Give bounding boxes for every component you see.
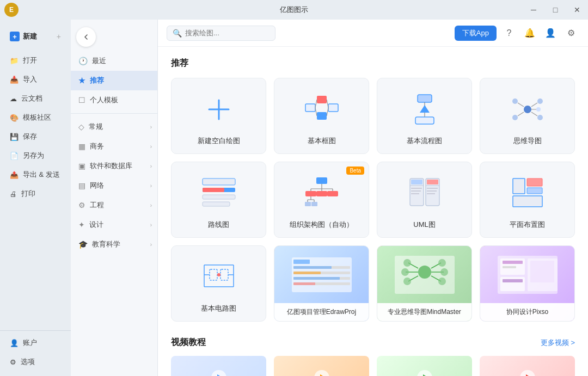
svg-rect-98 <box>500 277 525 291</box>
floorplan-label: 平面布置图 <box>510 220 545 230</box>
software-arrow-icon: › <box>150 163 152 169</box>
nav-item-recommend[interactable]: ★ 推荐 <box>71 71 157 90</box>
svg-line-7 <box>315 108 317 116</box>
nav-item-personal[interactable]: ☐ 个人模板 <box>71 90 157 110</box>
sidebar-item-open[interactable]: 📁 打开 <box>3 51 68 70</box>
more-videos-link[interactable]: 更多视频 > <box>541 338 575 348</box>
nav-item-general[interactable]: ◇ 常规 › <box>71 117 157 137</box>
routing-icon <box>200 172 238 214</box>
top-bar: 🔍 下载App ? 🔔 👤 ⚙ <box>158 20 588 47</box>
template-card-routing[interactable]: 路线图 <box>171 162 266 238</box>
sidebar-item-print[interactable]: 🖨 打印 <box>3 184 68 203</box>
nav-item-software[interactable]: ▣ 软件和数据库 › <box>71 156 157 176</box>
edrawproj-preview <box>274 246 369 303</box>
template-card-floorplan[interactable]: 平面布置图 <box>480 162 575 238</box>
template-card-uml[interactable]: UML图 <box>377 162 472 238</box>
nav-item-network[interactable]: ▤ 网络 › <box>71 176 157 195</box>
notification-icon-btn[interactable]: 🔔 <box>522 25 538 41</box>
sidebar-top: + 新建 + 📁 打开 📥 导入 ☁ 云文档 🎨 模板社区 💾 <box>0 24 71 330</box>
svg-point-108 <box>417 370 432 376</box>
sidebar-item-import[interactable]: 📥 导入 <box>3 70 68 89</box>
help-icon-btn[interactable]: ? <box>501 25 517 41</box>
user-icon-btn[interactable]: 👤 <box>542 25 559 41</box>
svg-point-95 <box>438 278 446 285</box>
svg-point-19 <box>537 115 543 120</box>
content-scroll: 推荐 新建空白绘图 <box>158 47 588 376</box>
svg-rect-28 <box>203 188 224 192</box>
search-box[interactable]: 🔍 <box>167 26 275 41</box>
video-item-2[interactable] <box>274 356 369 376</box>
download-app-button[interactable]: 下载App <box>455 26 497 41</box>
svg-rect-3 <box>317 96 327 103</box>
svg-point-16 <box>512 98 518 104</box>
settings-icon-btn[interactable]: ⚙ <box>563 25 579 41</box>
svg-rect-5 <box>328 104 338 112</box>
video-section-header: 视频教程 更多视频 > <box>171 337 575 348</box>
sidebar-item-settings[interactable]: ⚙ 选项 <box>3 353 68 371</box>
svg-rect-60 <box>527 188 542 194</box>
svg-rect-100 <box>503 261 523 264</box>
svg-rect-44 <box>305 202 311 206</box>
template-card-pixso[interactable]: 产品推荐 协同设计Pixso <box>480 245 575 322</box>
svg-rect-61 <box>513 196 542 207</box>
sidebar-item-template[interactable]: 🎨 模板社区 <box>3 108 68 127</box>
template-card-basic-frame[interactable]: 基本框图 <box>274 78 369 154</box>
svg-rect-101 <box>503 266 516 268</box>
floorplan-icon <box>509 172 547 214</box>
svg-line-8 <box>327 100 328 108</box>
sidebar-item-save[interactable]: 💾 保存 <box>3 127 68 146</box>
svg-point-93 <box>438 259 446 267</box>
svg-point-20 <box>536 107 541 112</box>
left-sidebar: + 新建 + 📁 打开 📥 导入 ☁ 云文档 🎨 模板社区 💾 <box>0 20 71 376</box>
sidebar-item-cloud[interactable]: ☁ 云文档 <box>3 89 68 108</box>
nav-engineering-label: 工程 <box>90 200 104 210</box>
svg-rect-14 <box>415 117 434 124</box>
template-card-mindmaster[interactable]: 产品推荐 <box>377 245 472 322</box>
template-card-flowchart[interactable]: 基本流程图 <box>377 78 472 154</box>
svg-rect-51 <box>427 180 438 184</box>
print-label: 打印 <box>21 189 35 199</box>
folder-icon: 📁 <box>10 57 19 65</box>
video-item-1[interactable] <box>171 356 266 376</box>
svg-point-15 <box>524 106 531 113</box>
back-button[interactable] <box>76 27 96 47</box>
pixso-label: 协同设计Pixso <box>480 303 574 321</box>
sidebar-item-saveas[interactable]: 📄 另存为 <box>3 146 68 165</box>
nav-recommend-label: 推荐 <box>90 76 104 85</box>
account-icon: 👤 <box>10 339 19 347</box>
mindmap-icon <box>509 88 547 131</box>
svg-line-21 <box>518 103 524 107</box>
nav-item-engineering[interactable]: ⚙ 工程 › <box>71 195 157 215</box>
template-card-org[interactable]: Beta <box>274 162 369 238</box>
save-icon: 💾 <box>10 133 19 141</box>
close-button[interactable]: ✕ <box>566 0 588 20</box>
svg-rect-77 <box>293 272 321 274</box>
template-card-edrawproj[interactable]: 产品推荐 <box>274 245 369 322</box>
recommend-section-title: 推荐 <box>171 58 575 69</box>
mindmaster-preview <box>377 246 471 303</box>
routing-label: 路线图 <box>208 220 229 230</box>
nav-item-education[interactable]: 🎓 教育科学 › <box>71 235 157 254</box>
template-card-mindmap[interactable]: 思维导图 <box>480 78 575 154</box>
nav-business-label: 商务 <box>90 141 104 151</box>
user-avatar[interactable]: E <box>4 3 19 17</box>
template-card-circuit[interactable]: 基本电路图 <box>171 245 266 322</box>
design-arrow-icon: › <box>150 222 152 228</box>
flowchart-label: 基本流程图 <box>407 136 442 146</box>
general-icon: ◇ <box>78 122 84 131</box>
video-item-3[interactable]: 马上收录导航 <box>377 356 472 376</box>
svg-rect-38 <box>316 191 327 196</box>
nav-item-business[interactable]: ▦ 商务 › <box>71 137 157 156</box>
nav-item-design[interactable]: ✦ 设计 › <box>71 215 157 235</box>
video-item-4[interactable] <box>480 356 575 376</box>
new-plus-icon[interactable]: + <box>57 32 61 41</box>
account-label: 账户 <box>23 338 37 348</box>
maximize-button[interactable]: □ <box>544 0 566 20</box>
svg-rect-30 <box>203 202 230 206</box>
nav-item-recent[interactable]: 🕐 最近 <box>71 51 157 71</box>
sidebar-item-export[interactable]: 📤 导出 & 发送 <box>3 165 68 184</box>
template-card-blank[interactable]: 新建空白绘图 <box>171 78 266 154</box>
search-input[interactable] <box>185 29 261 37</box>
sidebar-item-account[interactable]: 👤 账户 <box>3 334 68 352</box>
minimize-button[interactable]: ─ <box>523 0 544 20</box>
